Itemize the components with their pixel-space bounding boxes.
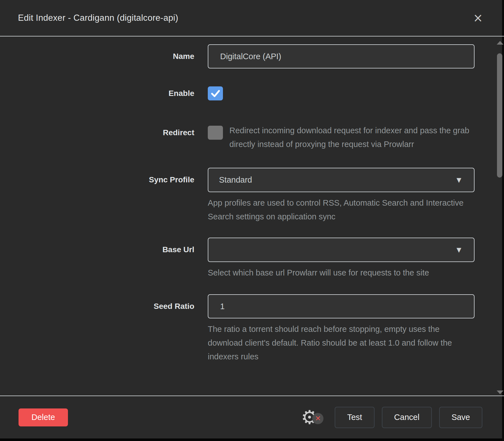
sync-profile-help-text: App profiles are used to control RSS, Au… <box>208 196 475 224</box>
name-label: Name <box>0 44 208 68</box>
close-icon[interactable]: × <box>472 12 484 24</box>
seed-ratio-help-text: The ratio a torrent should reach before … <box>208 322 475 364</box>
form-row-name: Name <box>0 44 502 68</box>
form-row-seed-ratio: Seed Ratio The ratio a torrent should re… <box>0 294 502 364</box>
form-row-enable: Enable <box>0 86 502 100</box>
header-divider <box>0 36 504 36</box>
redirect-checkbox[interactable] <box>208 126 223 140</box>
chevron-down-icon: ▼ <box>457 246 461 253</box>
test-button[interactable]: Test <box>335 407 374 428</box>
base-url-help-text: Select which base url Prowlarr will use … <box>208 266 475 280</box>
sync-profile-select[interactable]: Standard ▼ <box>208 168 475 192</box>
form-row-base-url: Base Url ▼ Select which base url Prowlar… <box>0 238 502 280</box>
checkmark-icon <box>210 88 221 98</box>
modal-header: Edit Indexer - Cardigann (digitalcore-ap… <box>0 0 502 36</box>
base-url-select[interactable]: ▼ <box>208 238 475 262</box>
base-url-label: Base Url <box>0 238 208 280</box>
edit-indexer-modal: Edit Indexer - Cardigann (digitalcore-ap… <box>0 0 502 438</box>
form-row-sync-profile: Sync Profile Standard ▼ App profiles are… <box>0 168 502 224</box>
name-input[interactable] <box>208 44 475 68</box>
cancel-button[interactable]: Cancel <box>382 407 432 428</box>
x-icon: ✕ <box>315 415 321 422</box>
advanced-hidden-badge: ✕ <box>312 413 323 424</box>
enable-checkbox[interactable] <box>208 86 223 100</box>
advanced-settings-toggle[interactable]: ⚙ ✕ <box>299 406 320 429</box>
enable-label: Enable <box>0 86 208 100</box>
seed-ratio-label: Seed Ratio <box>0 294 208 364</box>
seed-ratio-input[interactable] <box>208 294 475 318</box>
footer-divider <box>0 396 504 396</box>
form-row-redirect: Redirect Redirect incoming download requ… <box>0 126 502 153</box>
modal-title: Edit Indexer - Cardigann (digitalcore-ap… <box>18 13 472 23</box>
sync-profile-label: Sync Profile <box>0 168 208 224</box>
window-scrollbar-track[interactable] <box>502 0 504 441</box>
scrollbar-down-arrow-icon[interactable] <box>497 391 503 394</box>
modal-body: Name Enable Redirect <box>0 36 502 395</box>
sync-profile-value: Standard <box>219 175 457 185</box>
delete-button[interactable]: Delete <box>19 408 68 426</box>
chevron-down-icon: ▼ <box>457 176 461 183</box>
scrollbar-up-arrow-icon[interactable] <box>497 41 503 45</box>
redirect-help-text: Redirect incoming download request for i… <box>229 124 475 151</box>
scrollbar-thumb[interactable] <box>497 53 502 178</box>
redirect-label: Redirect <box>0 126 208 153</box>
modal-footer: Delete ⚙ ✕ Test Cancel Save <box>0 396 502 438</box>
save-button[interactable]: Save <box>439 407 482 428</box>
